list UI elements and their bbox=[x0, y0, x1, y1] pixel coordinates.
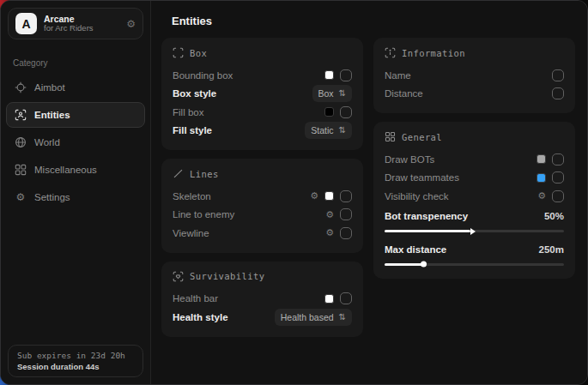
box-card-header: Box bbox=[173, 47, 352, 58]
fill-style-dropdown[interactable]: Static ⇅ bbox=[305, 122, 352, 139]
app-subtitle: for Arc Riders bbox=[44, 24, 119, 33]
checkbox[interactable] bbox=[340, 190, 352, 202]
setting-row-fill-box: Fill box bbox=[173, 103, 352, 122]
sidebar-item-label: Miscellaneous bbox=[34, 165, 97, 175]
survivability-card: Survivability Health bar Health style bbox=[161, 262, 363, 337]
general-card-header: General bbox=[385, 131, 564, 142]
color-swatch[interactable] bbox=[536, 173, 546, 183]
chevron-up-down-icon: ⇅ bbox=[339, 89, 346, 98]
setting-label: Name bbox=[385, 70, 552, 81]
health-style-dropdown[interactable]: Health based ⇅ bbox=[275, 309, 352, 326]
setting-label: Health style bbox=[173, 312, 275, 322]
gear-icon[interactable]: ⚙ bbox=[126, 19, 136, 29]
checkbox[interactable] bbox=[552, 87, 564, 99]
slider-fill bbox=[385, 263, 424, 266]
general-card: General Draw BOTs Draw teammates bbox=[373, 122, 575, 279]
grid-icon bbox=[385, 131, 396, 142]
gear-icon[interactable]: ⚙ bbox=[325, 210, 334, 220]
card-title: Lines bbox=[190, 169, 219, 179]
card-title: Survivability bbox=[190, 271, 264, 281]
category-label: Category bbox=[13, 58, 138, 68]
sidebar-item-entities[interactable]: Entities bbox=[6, 102, 145, 128]
setting-row-draw-bots: Draw BOTs bbox=[385, 150, 564, 169]
setting-label: Fill box bbox=[173, 107, 324, 117]
checkbox[interactable] bbox=[552, 153, 564, 165]
checkbox[interactable] bbox=[340, 292, 352, 304]
checkbox[interactable] bbox=[552, 69, 564, 81]
setting-label: Bounding box bbox=[173, 70, 324, 81]
page-title: Entities bbox=[172, 15, 575, 27]
gear-icon[interactable]: ⚙ bbox=[325, 228, 334, 238]
sidebar-item-settings[interactable]: ⚙ Settings bbox=[6, 184, 145, 210]
card-title: General bbox=[402, 132, 442, 142]
setting-row-box-style: Box style Box ⇅ bbox=[173, 85, 352, 104]
sidebar-nav: Aimbot Entities World bbox=[6, 75, 145, 210]
card-title: Information bbox=[402, 48, 465, 58]
gear-icon[interactable]: ⚙ bbox=[310, 191, 318, 201]
slider-value: 50% bbox=[544, 211, 564, 221]
setting-row-health-style: Health style Health based ⇅ bbox=[173, 308, 352, 327]
sidebar-item-label: Aimbot bbox=[34, 82, 65, 93]
entity-scan-icon bbox=[15, 109, 27, 121]
checkbox[interactable] bbox=[552, 190, 564, 202]
color-swatch[interactable] bbox=[324, 191, 334, 201]
information-card-header: Information bbox=[385, 47, 564, 58]
slider-fill bbox=[385, 230, 470, 232]
setting-label: Visibility check bbox=[385, 191, 537, 202]
setting-label: Draw teammates bbox=[385, 172, 536, 183]
setting-label: Viewline bbox=[173, 228, 325, 238]
color-swatch[interactable] bbox=[536, 154, 546, 164]
color-swatch[interactable] bbox=[324, 70, 334, 80]
sidebar-item-aimbot[interactable]: Aimbot bbox=[6, 75, 145, 100]
setting-label: Draw BOTs bbox=[385, 154, 536, 165]
session-duration-text: Session duration 44s bbox=[17, 362, 134, 371]
sidebar-item-world[interactable]: World bbox=[6, 129, 145, 155]
dropdown-value: Health based bbox=[281, 312, 334, 322]
setting-row-bounding-box: Bounding box bbox=[173, 66, 352, 85]
checkbox[interactable] bbox=[552, 171, 564, 183]
sidebar: A Arcane for Arc Riders ⚙ Category Aimbo… bbox=[1, 1, 151, 384]
gear-icon[interactable]: ⚙ bbox=[537, 191, 546, 201]
slider-row-max-distance: Max distance 250m bbox=[385, 240, 564, 259]
slider-value: 250m bbox=[539, 244, 564, 255]
checkbox[interactable] bbox=[340, 106, 352, 118]
setting-row-draw-teammates: Draw teammates bbox=[385, 169, 564, 188]
color-swatch[interactable] bbox=[324, 294, 334, 304]
scan-info-icon bbox=[385, 47, 396, 58]
color-swatch[interactable] bbox=[324, 107, 334, 117]
dropdown-value: Static bbox=[311, 125, 333, 135]
diagonal-line-icon bbox=[173, 168, 184, 179]
setting-label: Box style bbox=[173, 88, 312, 99]
checkbox[interactable] bbox=[340, 69, 352, 81]
box-style-dropdown[interactable]: Box ⇅ bbox=[312, 85, 352, 102]
globe-icon bbox=[15, 136, 27, 148]
setting-label: Skeleton bbox=[173, 191, 310, 202]
chevron-up-down-icon: ⇅ bbox=[339, 126, 346, 135]
sidebar-item-miscellaneous[interactable]: Miscellaneous bbox=[6, 157, 145, 183]
app-logo-card: A Arcane for Arc Riders ⚙ bbox=[8, 8, 143, 39]
survivability-card-header: Survivability bbox=[173, 271, 352, 282]
setting-row-viewline: Viewline ⚙ bbox=[173, 224, 352, 243]
left-column: Box Bounding box Box style Box bbox=[161, 38, 363, 337]
dropdown-value: Box bbox=[318, 88, 334, 99]
crosshair-icon bbox=[15, 81, 27, 93]
sidebar-spacer bbox=[1, 210, 150, 338]
information-card: Information Name Distance bbox=[373, 38, 575, 113]
app-logo: A bbox=[15, 13, 37, 34]
slider-label: Max distance bbox=[385, 244, 539, 255]
desktop-background: A Arcane for Arc Riders ⚙ Category Aimbo… bbox=[0, 0, 588, 385]
slider-thumb[interactable] bbox=[470, 228, 476, 235]
lines-card: Lines Skeleton ⚙ Line to enemy ⚙ bbox=[161, 159, 363, 253]
slider-thumb[interactable] bbox=[421, 262, 427, 268]
scan-box-icon bbox=[173, 47, 184, 58]
bot-transparency-slider[interactable] bbox=[385, 230, 564, 232]
chevron-up-down-icon: ⇅ bbox=[339, 313, 346, 322]
max-distance-slider[interactable] bbox=[385, 263, 564, 266]
sidebar-item-label: Entities bbox=[34, 110, 70, 120]
setting-row-distance: Distance bbox=[385, 85, 564, 104]
app-logo-text: Arcane for Arc Riders bbox=[44, 14, 119, 33]
checkbox[interactable] bbox=[340, 227, 352, 239]
box-card: Box Bounding box Box style Box bbox=[161, 38, 363, 150]
card-title: Box bbox=[190, 48, 207, 58]
checkbox[interactable] bbox=[340, 208, 352, 220]
